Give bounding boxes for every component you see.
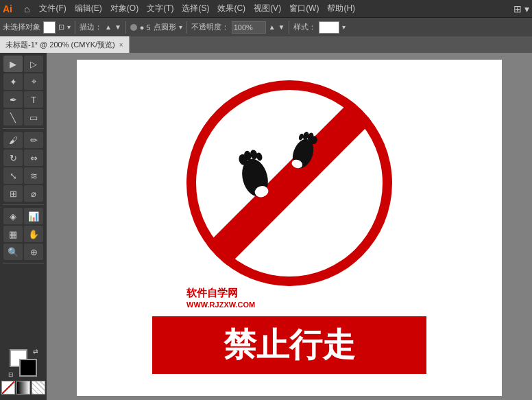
toolbar-sep-3: [186, 21, 187, 34]
stroke-down-icon[interactable]: ▼: [114, 23, 121, 31]
canvas: 软件自学网 WWW.RJZXW.COM 禁止行走: [77, 60, 502, 396]
grid-icon[interactable]: ⊞ ▾: [513, 3, 529, 14]
color-none-box[interactable]: [1, 381, 15, 395]
tool-row-1: ▶ ▷: [3, 56, 43, 72]
style-dropdown[interactable]: ▾: [342, 23, 346, 31]
tool-row-5: 🖌 ✏: [3, 132, 43, 148]
menu-object[interactable]: 对象(O): [106, 3, 143, 14]
toolbar-stroke-icon[interactable]: ⊡: [58, 23, 64, 32]
sign-container: 软件自学网 WWW.RJZXW.COM 禁止行走: [152, 80, 426, 374]
scale-tool[interactable]: ⤡: [3, 167, 23, 184]
graph-tool[interactable]: 📊: [24, 208, 43, 224]
tool-row-3: ✒ T: [3, 91, 43, 108]
tab-title: 未标题-1* @ 200% (CMYK/预览): [5, 40, 115, 50]
symbol-tool[interactable]: ◈: [3, 208, 23, 224]
tool-row-6: ↻ ⇔: [3, 150, 43, 166]
rect-tool[interactable]: ▭: [24, 109, 43, 126]
menu-help[interactable]: 帮助(H): [323, 3, 359, 14]
opacity-down[interactable]: ▼: [278, 23, 285, 31]
color-section: ⇄ ⊟: [0, 346, 48, 397]
toolbar: 未选择对象 ⊡ ▾ 描边： ▲ ▼ ● 5 点圆形 ▾ 不透明度： ▲ ▼ 样式…: [0, 17, 532, 36]
toolbar-sep-1: [75, 21, 75, 34]
dot-indicator: [130, 24, 137, 31]
default-colors-icon[interactable]: ⊟: [8, 371, 14, 378]
tab-main[interactable]: 未标题-1* @ 200% (CMYK/预览) ×: [0, 36, 130, 53]
direct-select-tool[interactable]: ▷: [24, 56, 43, 72]
pattern-box[interactable]: [32, 381, 45, 395]
footprints-svg: [234, 123, 344, 233]
hand-tool[interactable]: ✋: [24, 226, 43, 242]
tool-sep-1: [3, 128, 44, 129]
tab-close-button[interactable]: ×: [119, 41, 123, 49]
main-area: ▶ ▷ ✦ ⌖ ✒ T ╲ ▭ 🖌 ✏ ↻ ⇔ ⤡ ≋ ⊞ ⌀: [0, 53, 532, 400]
watermark-name: 软件自学网: [186, 286, 392, 300]
tool-row-11: 🔍 ⊕: [3, 244, 43, 260]
warp-tool[interactable]: ≋: [24, 167, 43, 184]
reflect-tool[interactable]: ⇔: [24, 150, 43, 166]
tool-row-9: ◈ 📊: [3, 208, 43, 224]
left-toolbar: ▶ ▷ ✦ ⌖ ✒ T ╲ ▭ 🖌 ✏ ↻ ⇔ ⤡ ≋ ⊞ ⌀: [0, 53, 47, 400]
opacity-up[interactable]: ▲: [269, 23, 276, 31]
tool-row-7: ⤡ ≋: [3, 167, 43, 184]
home-icon[interactable]: ⌂: [24, 3, 29, 14]
lasso-tool[interactable]: ⌖: [24, 73, 43, 90]
tool-row-8: ⊞ ⌀: [3, 185, 43, 202]
opacity-label: 不透明度：: [191, 22, 229, 32]
watermark-url: WWW.RJZXW.COM: [186, 300, 392, 309]
watermark-container: 软件自学网 WWW.RJZXW.COM: [186, 286, 392, 309]
stroke-label: 描边：: [80, 22, 102, 32]
tool-sep-3: [3, 263, 44, 263]
stroke-up-icon[interactable]: ▲: [105, 23, 112, 31]
canvas-area[interactable]: 软件自学网 WWW.RJZXW.COM 禁止行走: [47, 53, 532, 400]
pen-tool[interactable]: ✒: [3, 91, 23, 108]
zoom-tool[interactable]: 🔍: [3, 244, 23, 260]
menu-file[interactable]: 文件(F): [35, 3, 70, 14]
toolbar-arrow-icon: ▾: [67, 23, 71, 31]
line-tool[interactable]: ╲: [3, 109, 23, 126]
menu-text[interactable]: 文字(T): [143, 3, 178, 14]
style-box[interactable]: [319, 21, 339, 34]
column-graph-tool[interactable]: ▦: [3, 226, 23, 242]
menu-edit[interactable]: 编辑(E): [71, 3, 106, 14]
tool-sep-2: [3, 204, 44, 205]
tool-row-2: ✦ ⌖: [3, 73, 43, 90]
gradient-box[interactable]: [16, 381, 30, 395]
select-tool[interactable]: ▶: [3, 56, 23, 72]
menu-view[interactable]: 视图(V): [250, 3, 285, 14]
tool-row-10: ▦ ✋: [3, 226, 43, 242]
paintbrush-tool[interactable]: 🖌: [3, 132, 23, 148]
shape-dropdown[interactable]: ▾: [179, 23, 182, 31]
red-banner: 禁止行走: [152, 316, 426, 374]
swap-colors-icon[interactable]: ⇄: [33, 348, 38, 355]
dot-count-label: ● 5: [140, 23, 151, 32]
toolbar-fill-color[interactable]: [43, 21, 56, 34]
menu-select[interactable]: 选择(S): [178, 3, 213, 14]
toolbar-sep-2: [125, 21, 126, 34]
shape-label: 点圆形: [154, 22, 176, 32]
ai-logo: Ai: [3, 3, 20, 14]
extra-tool[interactable]: ⊕: [24, 244, 43, 260]
free-transform-tool[interactable]: ⊞: [3, 185, 23, 202]
style-label: 样式：: [293, 22, 316, 32]
menu-effect[interactable]: 效果(C): [213, 3, 250, 14]
menu-window[interactable]: 窗口(W): [285, 3, 323, 14]
rotate-tool[interactable]: ↻: [3, 150, 23, 166]
type-tool[interactable]: T: [24, 91, 43, 108]
no-selection-label: 未选择对象: [3, 22, 40, 32]
toolbar-sep-4: [289, 21, 289, 34]
shape-builder-tool[interactable]: ⌀: [24, 185, 43, 202]
no-walk-sign: [186, 80, 392, 286]
magic-wand-tool[interactable]: ✦: [3, 73, 23, 90]
pencil-tool[interactable]: ✏: [24, 132, 43, 148]
menu-bar: Ai ⌂ 文件(F) 编辑(E) 对象(O) 文字(T) 选择(S) 效果(C)…: [0, 0, 532, 17]
opacity-input[interactable]: [232, 21, 266, 34]
tab-bar: 未标题-1* @ 200% (CMYK/预览) ×: [0, 36, 532, 53]
tool-row-4: ╲ ▭: [3, 109, 43, 126]
stroke-color-box[interactable]: [19, 359, 37, 377]
